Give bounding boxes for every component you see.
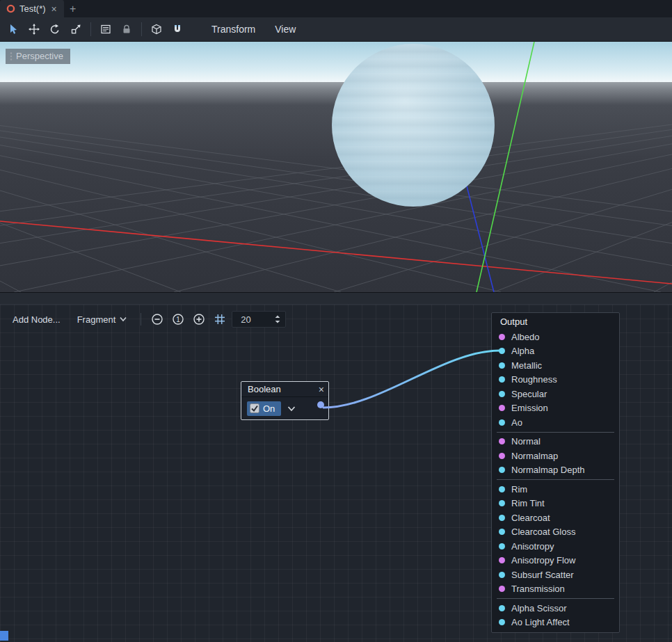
boolean-node-header[interactable]: Boolean × (241, 382, 328, 397)
port-label: Rim (511, 484, 527, 495)
boolean-toggle[interactable]: On (247, 401, 281, 416)
port-dot-normal[interactable] (499, 438, 505, 444)
stage-dropdown[interactable]: Fragment (70, 311, 134, 328)
port-row: Metallic (492, 358, 619, 373)
boolean-output-port[interactable] (317, 401, 324, 408)
lock-button[interactable] (116, 19, 137, 39)
port-dot-roughness[interactable] (499, 376, 505, 383)
port-dot-transmission[interactable] (499, 586, 505, 592)
rotate-tool-button[interactable] (45, 19, 65, 39)
scale-tool-button[interactable] (65, 19, 86, 39)
perspective-menu[interactable]: Perspective (6, 49, 70, 64)
zoom-reset-icon: 1 (172, 313, 184, 326)
port-row: Transmission (492, 582, 619, 597)
zoom-reset-button[interactable]: 1 (169, 310, 187, 328)
port-dot-metallic[interactable] (499, 362, 505, 369)
panel-splitter[interactable] (0, 292, 672, 304)
port-dot-specular[interactable] (499, 391, 505, 397)
mesh-icon (151, 24, 162, 35)
port-label: Clearcoat (511, 513, 550, 523)
spatial-toolbar: Transform View (0, 17, 672, 42)
boolean-value-label: On (263, 403, 275, 414)
scene-tab[interactable]: Test(*) × (0, 0, 64, 17)
port-row: Alpha (492, 344, 619, 359)
select-tool-icon (8, 24, 19, 35)
port-row: Alpha Scissor (492, 601, 619, 616)
checkbox-icon (250, 403, 259, 413)
port-label: Normalmap (511, 451, 558, 461)
port-label: Rim Tint (511, 498, 545, 508)
close-icon[interactable]: × (319, 385, 324, 394)
port-label: Alpha (511, 346, 534, 356)
zoom-out-icon (151, 313, 163, 326)
scene-icon (6, 4, 15, 13)
output-node-header[interactable]: Output (492, 313, 619, 330)
boolean-node[interactable]: Boolean × On (241, 381, 329, 420)
port-dot-normalmap[interactable] (499, 453, 505, 459)
port-group-separator (497, 598, 614, 599)
port-label: Subsurf Scatter (511, 570, 574, 580)
port-dot-ao[interactable] (499, 419, 505, 426)
port-label: Roughness (511, 374, 557, 385)
port-dot-albedo[interactable] (499, 334, 505, 340)
mesh-button[interactable] (146, 19, 167, 39)
svg-text:1: 1 (177, 316, 181, 323)
port-dot-anisotropy[interactable] (499, 543, 505, 549)
port-row: Anisotropy (492, 539, 619, 554)
move-tool-button[interactable] (24, 19, 45, 39)
port-label: Ao Light Affect (511, 617, 570, 627)
select-box-button[interactable] (95, 19, 116, 39)
port-row: Subsurf Scatter (492, 568, 619, 582)
shader-graph-editor[interactable]: Add Node... Fragment 1 20 (0, 304, 672, 642)
transform-menu[interactable]: Transform (202, 24, 265, 35)
port-dot-rim[interactable] (499, 486, 505, 492)
spin-icon[interactable] (274, 314, 281, 325)
grid-snap-toggle[interactable] (211, 310, 229, 328)
sphere-bands (332, 44, 495, 207)
sky (0, 42, 672, 82)
port-dot-normalmap-depth[interactable] (499, 467, 505, 473)
port-dot-clearcoat-gloss[interactable] (499, 529, 505, 535)
view-menu[interactable]: View (265, 24, 305, 35)
port-row: Normalmap Depth (492, 463, 619, 478)
port-dot-rim-tint[interactable] (499, 500, 505, 506)
scene-3d (0, 42, 672, 292)
drag-handle-icon (10, 51, 13, 61)
port-row: Clearcoat Gloss (492, 525, 619, 540)
stage-label: Fragment (77, 314, 116, 325)
port-label: Anisotropy Flow (511, 555, 575, 565)
perspective-label: Perspective (16, 51, 63, 61)
port-dot-ao-light-affect[interactable] (499, 619, 505, 625)
port-label: Emission (511, 403, 548, 413)
port-dot-anisotropy-flow[interactable] (499, 557, 505, 563)
zoom-in-button[interactable] (190, 310, 208, 328)
new-tab-button[interactable]: + (64, 0, 82, 17)
port-dot-alpha-scissor[interactable] (499, 605, 505, 611)
zoom-in-icon (193, 313, 205, 326)
port-label: Metallic (511, 360, 542, 371)
port-row: Clearcoat (492, 511, 619, 525)
port-dot-clearcoat[interactable] (499, 515, 505, 521)
tab-close-icon[interactable]: × (50, 3, 58, 15)
port-dot-emission[interactable] (499, 405, 505, 411)
wire-boolean-to-alpha[interactable] (323, 351, 499, 408)
output-node[interactable]: Output Albedo Alpha Metallic Roughness S… (491, 312, 620, 633)
boolean-node-body: On (241, 397, 328, 419)
select-tool-button[interactable] (3, 19, 24, 39)
snap-button[interactable] (167, 19, 188, 39)
viewport-3d[interactable]: Perspective (0, 42, 672, 292)
port-row: Ao Light Affect (492, 616, 619, 630)
chevron-down-icon[interactable] (287, 406, 296, 412)
zoom-out-button[interactable] (148, 310, 166, 328)
port-row: Specular (492, 387, 619, 401)
port-row: Normal (492, 435, 619, 449)
port-row: Anisotropy Flow (492, 554, 619, 568)
port-label: Anisotropy (511, 541, 554, 552)
port-group-separator (497, 479, 614, 480)
add-node-button[interactable]: Add Node... (6, 311, 67, 328)
graph-scrollbar-thumb[interactable] (0, 631, 8, 641)
snap-distance-spinbox[interactable]: 20 (232, 311, 286, 328)
snap-distance-value: 20 (241, 314, 250, 325)
port-dot-subsurf-scatter[interactable] (499, 572, 505, 578)
port-dot-alpha[interactable] (499, 348, 505, 354)
